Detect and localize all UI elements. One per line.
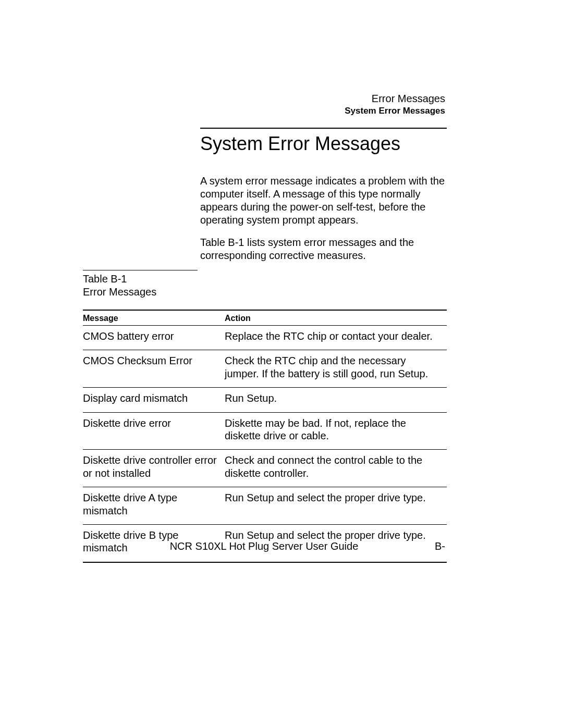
caption-title: Error Messages xyxy=(83,286,198,299)
caption-text: Table B-1 Error Messages xyxy=(83,273,198,299)
title-block: System Error Messages xyxy=(200,128,447,155)
error-messages-table: Message Action CMOS battery error Replac… xyxy=(83,310,447,563)
page: Error Messages System Error Messages Sys… xyxy=(0,0,563,728)
cell-message: CMOS Checksum Error xyxy=(83,350,225,388)
table-row: Diskette drive A type mismatch Run Setup… xyxy=(83,487,447,525)
cell-action: Replace the RTC chip or contact your dea… xyxy=(225,326,447,350)
header-section: System Error Messages xyxy=(345,106,445,116)
footer-page-number: B- xyxy=(435,540,445,552)
table-row: CMOS battery error Replace the RTC chip … xyxy=(83,326,447,350)
table-row: Diskette drive controller error or not i… xyxy=(83,450,447,487)
cell-action: Check the RTC chip and the necessary jum… xyxy=(225,350,447,388)
cell-action: Check and connect the control cable to t… xyxy=(225,450,447,487)
cell-action: Run Setup and select the proper drive ty… xyxy=(225,487,447,525)
page-title: System Error Messages xyxy=(200,133,447,155)
header-chapter: Error Messages xyxy=(345,93,445,105)
table-header-row: Message Action xyxy=(83,310,447,326)
cell-message: Diskette drive controller error or not i… xyxy=(83,450,225,487)
table-row: Diskette drive error Diskette may be bad… xyxy=(83,412,447,450)
cell-action: Diskette may be bad. If not, replace the… xyxy=(225,412,447,450)
cell-action: Run Setup. xyxy=(225,388,447,412)
footer-title: NCR S10XL Hot Plug Server User Guide xyxy=(83,540,445,552)
intro-text: A system error message indicates a probl… xyxy=(200,175,447,272)
col-header-action: Action xyxy=(225,310,447,326)
caption-rule xyxy=(83,270,198,270)
intro-paragraph-1: A system error message indicates a probl… xyxy=(200,175,447,227)
table-bottom-rule xyxy=(83,562,447,563)
caption-label: Table B-1 xyxy=(83,273,198,286)
title-rule xyxy=(200,128,447,129)
running-header: Error Messages System Error Messages xyxy=(345,93,445,116)
intro-paragraph-2: Table B-1 lists system error messages an… xyxy=(200,236,447,262)
cell-message: Diskette drive error xyxy=(83,412,225,450)
cell-message: CMOS battery error xyxy=(83,326,225,350)
table-caption: Table B-1 Error Messages xyxy=(83,270,198,299)
cell-message: Display card mismatch xyxy=(83,388,225,412)
table-row: CMOS Checksum Error Check the RTC chip a… xyxy=(83,350,447,388)
table-bottom-rule-row xyxy=(83,562,447,563)
cell-message: Diskette drive A type mismatch xyxy=(83,487,225,525)
col-header-message: Message xyxy=(83,310,225,326)
table-row: Display card mismatch Run Setup. xyxy=(83,388,447,412)
